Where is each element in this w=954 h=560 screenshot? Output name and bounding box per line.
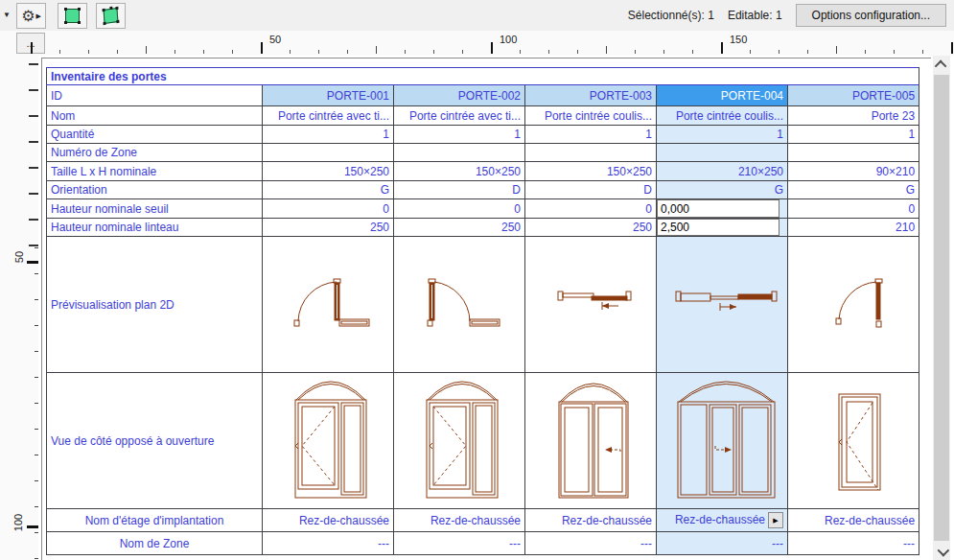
row-label-vue: Vue de côté opposé à ouverture — [47, 373, 263, 509]
cell-etage-1[interactable]: Rez-de-chaussée — [263, 509, 394, 532]
cell-zone-nom-1[interactable]: --- — [263, 532, 394, 555]
selected-count-label: Sélectionné(s): 1 — [628, 9, 714, 22]
cell-plan-3[interactable] — [525, 237, 657, 373]
cell-id-5[interactable]: PORTE-005 — [788, 85, 919, 106]
cell-id-1[interactable]: PORTE-001 — [263, 85, 394, 106]
page-edge-top — [41, 58, 931, 58]
cell-orientation-1[interactable]: G — [263, 181, 394, 199]
row-label-taille: Taille L x H nominale — [47, 162, 263, 181]
cell-seuil-5[interactable]: 0 — [788, 199, 919, 219]
cell-id-4-selected[interactable]: PORTE-004 — [657, 85, 788, 106]
cell-plan-5[interactable] — [788, 237, 919, 373]
cell-vue-1[interactable] — [263, 373, 394, 509]
h-ruler-label-150: 150 — [730, 34, 747, 45]
plan-preview-porte-003 — [529, 237, 657, 372]
cell-plan-1[interactable] — [263, 237, 394, 373]
cell-nom-3[interactable]: Porte cintrée coulis... — [525, 106, 657, 126]
cell-taille-4[interactable]: 210×250 — [657, 162, 788, 181]
cell-vue-4[interactable] — [657, 373, 788, 509]
cell-zone-num-5[interactable] — [788, 144, 919, 162]
row-label-orientation: Orientation — [47, 181, 263, 199]
settings-flyout-button[interactable]: ⚙ ▶ — [16, 3, 46, 29]
cell-zone-nom-2[interactable]: --- — [394, 532, 525, 555]
cell-zone-nom-4[interactable]: --- — [657, 532, 788, 555]
chevron-up-icon — [934, 59, 946, 72]
cell-vue-3[interactable] — [525, 373, 657, 509]
cell-etage-4[interactable]: Rez-de-chaussée▶ — [657, 509, 788, 532]
scroll-up-button[interactable] — [933, 56, 950, 73]
cell-quantite-5[interactable]: 1 — [788, 126, 919, 144]
cell-linteau-3[interactable]: 250 — [525, 219, 657, 237]
toolbar-dropdown-caret[interactable]: ▼ — [3, 11, 11, 19]
linteau-edit-field[interactable]: 2,500 — [657, 219, 779, 236]
plan-preview-porte-001 — [267, 237, 394, 372]
row-label-zone-nom: Nom de Zone — [47, 532, 263, 555]
cell-orientation-5[interactable]: G — [788, 181, 919, 199]
cell-seuil-1[interactable]: 0 — [263, 199, 394, 219]
gear-icon: ⚙ — [21, 9, 35, 24]
cell-quantite-4[interactable]: 1 — [657, 126, 788, 144]
cell-id-2[interactable]: PORTE-002 — [394, 85, 525, 106]
cell-nom-4[interactable]: Porte cintrée coulis... — [657, 106, 788, 126]
selection-status: Sélectionné(s): 1 Editable: 1 Options co… — [628, 0, 946, 31]
cell-linteau-5[interactable]: 210 — [788, 219, 919, 237]
cell-id-3[interactable]: PORTE-003 — [525, 85, 657, 106]
cell-nom-5[interactable]: Porte 23 — [788, 106, 919, 126]
plan-preview-porte-004 — [661, 237, 788, 372]
cell-taille-2[interactable]: 150×250 — [394, 162, 525, 181]
elevation-preview-porte-003 — [529, 373, 657, 508]
cell-taille-1[interactable]: 150×250 — [263, 162, 394, 181]
cell-orientation-3[interactable]: D — [525, 181, 657, 199]
cell-zone-nom-3[interactable]: --- — [525, 532, 657, 555]
cell-orientation-2[interactable]: D — [394, 181, 525, 199]
v-ruler-label-100: 100 — [12, 514, 24, 531]
options-configuration-button[interactable]: Options configuration... — [796, 4, 946, 27]
elevation-preview-porte-001 — [267, 373, 394, 508]
cell-quantite-1[interactable]: 1 — [263, 126, 394, 144]
cell-taille-5[interactable]: 90×210 — [788, 162, 919, 181]
seuil-edit-field[interactable]: 0,000 — [657, 199, 779, 218]
cell-linteau-4-edit[interactable]: 2,500 — [657, 219, 788, 237]
scroll-down-button[interactable] — [933, 543, 950, 560]
cell-seuil-2[interactable]: 0 — [394, 199, 525, 219]
scrollbar-thumb[interactable] — [934, 75, 949, 541]
h-ruler-label-100: 100 — [500, 34, 517, 45]
cell-zone-nom-5[interactable]: --- — [788, 532, 919, 555]
cell-seuil-3[interactable]: 0 — [525, 199, 657, 219]
selection-scheme-button[interactable] — [58, 3, 87, 29]
plan-preview-porte-005 — [792, 237, 919, 372]
cell-plan-2[interactable] — [394, 237, 525, 373]
cell-zone-num-1[interactable] — [263, 144, 394, 162]
cell-etage-2[interactable]: Rez-de-chaussée — [394, 509, 525, 532]
cell-quantite-3[interactable]: 1 — [525, 126, 657, 144]
editable-elements-icon — [104, 8, 119, 24]
schedule-canvas: Inventaire des portes ID PORTE-001 PORTE… — [38, 56, 935, 560]
chevron-down-icon — [937, 544, 949, 556]
etage-flyout-button[interactable]: ▶ — [768, 512, 783, 528]
flyout-right-icon: ▶ — [773, 517, 778, 525]
cell-linteau-2[interactable]: 250 — [394, 219, 525, 237]
cell-seuil-4-edit[interactable]: 0,000 — [657, 199, 788, 219]
cell-etage-5[interactable]: Rez-de-chaussée — [788, 509, 919, 532]
cell-nom-2[interactable]: Porte cintrée avec ti... — [394, 106, 525, 126]
cell-orientation-4[interactable]: G — [657, 181, 788, 199]
vertical-scrollbar[interactable] — [933, 56, 950, 560]
cell-vue-2[interactable] — [394, 373, 525, 509]
v-ruler-long-ticks — [29, 63, 38, 247]
cell-etage-3[interactable]: Rez-de-chaussée — [525, 509, 657, 532]
cell-zone-num-4[interactable] — [657, 144, 788, 162]
row-label-zone-num: Numéro de Zone — [47, 144, 263, 162]
row-label-etage: Nom d'étage d'implantation — [47, 509, 263, 532]
cell-taille-3[interactable]: 150×250 — [525, 162, 657, 181]
cell-zone-num-3[interactable] — [525, 144, 657, 162]
v-ruler-major-tick-50 — [27, 261, 38, 264]
editable-scheme-button[interactable] — [96, 3, 126, 29]
cell-plan-4[interactable] — [657, 237, 788, 373]
cell-vue-5[interactable] — [788, 373, 919, 509]
plan-preview-porte-002 — [398, 237, 525, 372]
cell-linteau-1[interactable]: 250 — [263, 219, 394, 237]
cell-quantite-2[interactable]: 1 — [394, 126, 525, 144]
cell-zone-num-2[interactable] — [394, 144, 525, 162]
cell-nom-1[interactable]: Porte cintrée avec ti... — [263, 106, 394, 126]
selected-elements-icon — [65, 9, 80, 23]
